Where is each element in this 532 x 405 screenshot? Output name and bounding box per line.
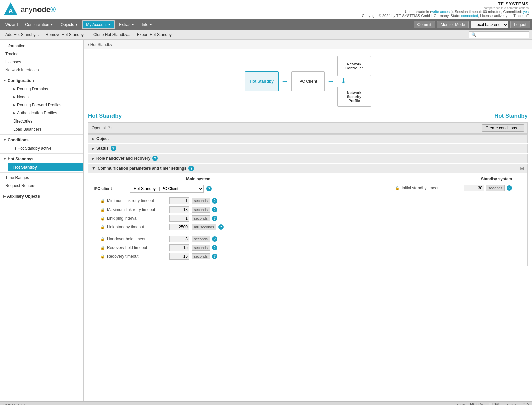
diagram-arrow-1: →	[281, 77, 289, 86]
comm-help-icon[interactable]: ?	[188, 166, 194, 171]
sidebar-item-routing-forward-profiles[interactable]: ▶ Routing Forward Profiles	[8, 101, 83, 109]
recovery-hold-input[interactable]	[169, 244, 189, 251]
nav-my-account[interactable]: My Account ▼	[82, 20, 115, 29]
remove-hot-standby-button[interactable]: Remove Hot Standby...	[43, 31, 89, 38]
sidebar-item-licenses[interactable]: Licenses	[0, 58, 83, 66]
link-standby-input[interactable]	[169, 224, 189, 230]
my-account-caret: ▼	[108, 23, 111, 26]
sidebar-section-auxiliary-objects[interactable]: ▶ Auxiliary Objects	[0, 192, 83, 201]
lock-icon-standby: 🔒	[395, 186, 400, 190]
comm-caret: ▼	[92, 166, 96, 171]
link-standby-help[interactable]: ?	[218, 224, 224, 230]
logo-area: A anynode®	[3, 2, 56, 17]
sidebar: Information Tracing Licenses Network Int…	[0, 40, 84, 401]
sidebar-item-routing-domains[interactable]: ▶ Routing Domains	[8, 85, 83, 93]
sidebar-item-directories[interactable]: Directories	[8, 117, 83, 125]
handover-hold-help[interactable]: ?	[212, 236, 217, 242]
link-standby-row: 🔒 Link standby timeout milliseconds ?	[94, 224, 303, 230]
open-all-button[interactable]: Open all ↻	[92, 125, 112, 131]
role-handover-help-icon[interactable]: ?	[152, 156, 158, 161]
nav-extras[interactable]: Extras ▼	[116, 21, 138, 28]
commit-button[interactable]: Commit	[414, 21, 435, 28]
initial-standby-help[interactable]: ?	[507, 185, 512, 191]
connected-link[interactable]: connected	[461, 14, 478, 18]
ipc-client-select[interactable]: Hot Standby - [IPC Client]	[130, 185, 204, 193]
min-link-retry-input[interactable]	[169, 197, 189, 204]
recovery-timeout-input[interactable]	[169, 253, 189, 260]
clone-hot-standby-button[interactable]: Clone Hot Standby...	[91, 31, 133, 38]
standby-system-header: Standby system	[481, 177, 512, 181]
status-help-icon[interactable]: ?	[111, 146, 116, 151]
accordion-status[interactable]: ▶ Status ?	[88, 144, 528, 153]
max-link-retry-help[interactable]: ?	[212, 207, 217, 212]
sidebar-item-tracing[interactable]: Tracing	[0, 50, 83, 58]
recovery-timeout-unit: seconds	[192, 253, 210, 259]
nav-configuration[interactable]: Configuration ▼	[22, 21, 56, 28]
toolbar: Add Hot Standby... Remove Hot Standby...…	[0, 30, 532, 40]
header-user-info: User: anadmin (write access), Session ti…	[362, 10, 529, 14]
sidebar-divider-3	[0, 153, 83, 154]
status-bar: Version: 4.12.1 🖥 Off 💾 44% ⬜ 3% 🖥 31% ⚙…	[0, 401, 532, 405]
conditions-expand-icon: ▼	[3, 138, 6, 142]
sidebar-item-nodes[interactable]: ▶ Nodes	[8, 93, 83, 101]
sidebar-item-authentication-profiles[interactable]: ▶ Authentication Profiles	[8, 109, 83, 117]
collapse-icon: ⊟	[520, 166, 524, 171]
initial-standby-unit: seconds	[486, 185, 505, 191]
sidebar-item-is-hot-standby-active[interactable]: Is Hot Standby active	[8, 144, 83, 152]
max-link-retry-label: Maximum link retry timeout	[107, 207, 167, 212]
diagram-area: Hot Standby → IPC Client → NetworkContro…	[84, 49, 532, 110]
search-input[interactable]	[469, 31, 529, 38]
nav-info[interactable]: Info ▼	[138, 21, 156, 28]
initial-standby-input[interactable]	[464, 185, 484, 191]
max-link-retry-unit: seconds	[192, 207, 210, 213]
recovery-hold-help[interactable]: ?	[212, 245, 217, 250]
handover-hold-input[interactable]	[169, 236, 189, 242]
sidebar-item-time-ranges[interactable]: Time Ranges	[0, 174, 83, 182]
nav-wizard[interactable]: Wizard	[2, 21, 21, 28]
link-ping-help[interactable]: ?	[212, 216, 217, 221]
sidebar-section-configuration[interactable]: ▼ Configuration	[0, 76, 83, 85]
sidebar-section-conditions[interactable]: ▼ Conditions	[0, 136, 83, 144]
sidebar-item-load-balancers[interactable]: Load Balancers	[8, 125, 83, 133]
nav-objects[interactable]: Objects ▼	[57, 21, 82, 28]
link-ping-input[interactable]	[169, 215, 189, 222]
auth-profiles-caret: ▶	[13, 111, 16, 115]
monitor-mode-button[interactable]: Monitor Mode	[437, 21, 469, 28]
sidebar-item-information[interactable]: Information	[0, 42, 83, 50]
create-conditions-button[interactable]: Create conditions...	[482, 124, 524, 132]
section-title: Hot Standby	[88, 113, 122, 119]
link-ping-unit: seconds	[192, 215, 210, 221]
lock-icon-4: 🔒	[100, 225, 105, 229]
accordion-role-handover[interactable]: ▶ Role handover and recovery ?	[88, 154, 528, 163]
link-ping-label: Link ping interval	[107, 216, 167, 221]
accordion-object[interactable]: ▶ Object	[88, 134, 528, 143]
svg-text:A: A	[9, 8, 13, 14]
sidebar-item-hot-standby[interactable]: Hot Standby	[8, 163, 83, 171]
recovery-timeout-help[interactable]: ?	[212, 254, 217, 259]
extras-caret: ▼	[131, 23, 134, 26]
lock-icon-3: 🔒	[100, 216, 105, 221]
logo-svg: A	[3, 2, 18, 16]
ipc-help-icon[interactable]: ?	[206, 186, 212, 191]
comm-columns: Main system IPC client Hot Standby - [IP…	[94, 177, 522, 262]
comm-header[interactable]: ▼ Communication parameters and timer set…	[88, 164, 527, 173]
add-hot-standby-button[interactable]: Add Hot Standby...	[3, 31, 42, 38]
export-hot-standby-button[interactable]: Export Hot Standby...	[134, 31, 177, 38]
recovery-hold-label: Recovery hold timeout	[107, 245, 167, 250]
sidebar-item-network-interfaces[interactable]: Network Interfaces	[0, 66, 83, 74]
logout-button[interactable]: Logout	[510, 21, 530, 28]
backend-select[interactable]: Local backend	[471, 21, 508, 28]
sidebar-section-hot-standbys[interactable]: ▼ Hot Standbys	[0, 155, 83, 163]
max-link-retry-input[interactable]	[169, 206, 189, 213]
role-handover-caret: ▶	[92, 157, 94, 160]
status-caret: ▶	[92, 147, 94, 150]
main-system-header: Main system	[94, 177, 303, 181]
recovery-timeout-row: 🔒 Recovery timeout seconds ?	[94, 253, 303, 260]
min-link-retry-help[interactable]: ?	[212, 198, 217, 204]
status-right: 🖥 Off 💾 44% ⬜ 3% 🖥 31% ⚙ 0	[455, 403, 529, 405]
write-access-link[interactable]: write access	[431, 10, 452, 14]
comm-section: ▼ Communication parameters and timer set…	[88, 164, 528, 266]
link-ping-row: 🔒 Link ping interval seconds ?	[94, 215, 303, 222]
configuration-caret: ▼	[50, 23, 53, 26]
sidebar-item-request-routers[interactable]: Request Routers	[0, 182, 83, 190]
